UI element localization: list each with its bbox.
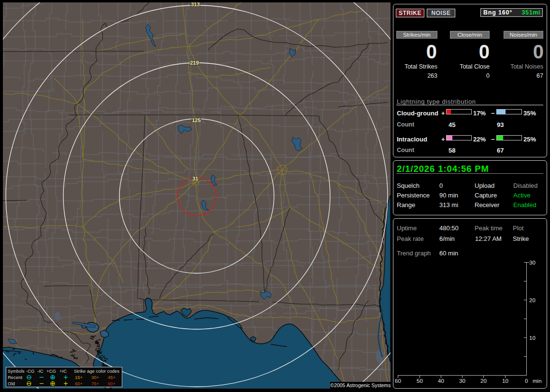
svg-text:min: min (533, 378, 542, 384)
svg-text:30: 30 (529, 260, 536, 266)
svg-text:10: 10 (529, 335, 536, 341)
svg-text:10: 10 (502, 378, 508, 384)
svg-text:0: 0 (525, 378, 528, 384)
svg-text:60: 60 (395, 378, 401, 384)
svg-text:30: 30 (459, 378, 465, 384)
svg-text:20: 20 (529, 297, 536, 303)
svg-text:31: 31 (192, 176, 198, 182)
svg-text:219: 219 (190, 60, 199, 66)
svg-text:313: 313 (191, 2, 200, 7)
svg-text:40: 40 (438, 378, 444, 384)
svg-text:20: 20 (480, 378, 487, 384)
svg-text:125: 125 (192, 117, 201, 123)
svg-text:50: 50 (417, 378, 423, 384)
